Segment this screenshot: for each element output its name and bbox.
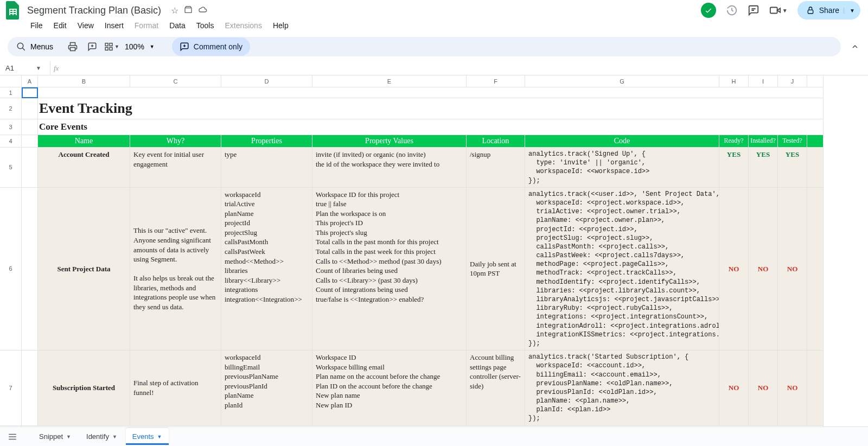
cell[interactable] (807, 188, 824, 351)
collapse-toolbar-icon[interactable] (847, 39, 863, 54)
row-head[interactable]: 5 (0, 148, 22, 188)
col-head[interactable]: B (38, 75, 130, 87)
th-tested[interactable]: Tested? (778, 135, 807, 148)
row-head[interactable]: 4 (0, 135, 22, 148)
cell-code[interactable]: analytics.track('Signed Up', { type: 'in… (525, 148, 719, 188)
th-ready[interactable]: Ready? (719, 135, 749, 148)
col-head[interactable] (807, 75, 824, 87)
menu-extensions[interactable]: Extensions (220, 19, 266, 32)
cell-why[interactable]: Final step of activation funnel! (130, 351, 221, 426)
cell-tested[interactable]: NO (778, 188, 807, 351)
zoom-select[interactable]: 100% ▼ (124, 42, 157, 51)
row-head[interactable]: 2 (0, 98, 22, 119)
menu-edit[interactable]: Edit (49, 19, 71, 32)
cell-vals[interactable]: invite (if invited) or organic (no invit… (312, 148, 467, 188)
col-head[interactable]: G (525, 75, 719, 87)
cell[interactable] (22, 98, 38, 119)
col-head[interactable]: A (22, 75, 38, 87)
cell[interactable] (807, 148, 824, 188)
share-button[interactable]: Share ▼ (797, 1, 860, 20)
section-core[interactable]: Core Events (38, 119, 824, 135)
cell-ready[interactable]: YES (719, 148, 749, 188)
menu-help[interactable]: Help (269, 19, 293, 32)
formula-input[interactable] (62, 61, 868, 75)
menus-search[interactable]: Menus (11, 39, 61, 55)
sheets-logo-icon[interactable] (5, 1, 21, 20)
cell-tested[interactable]: NO (778, 351, 807, 426)
menu-data[interactable]: Data (165, 19, 190, 32)
cell-tested[interactable]: YES (778, 148, 807, 188)
cell-props[interactable]: workspaceId trialActive planName project… (221, 188, 312, 351)
name-box[interactable]: A1 (1, 64, 25, 72)
cell-installed[interactable]: NO (749, 188, 778, 351)
col-head[interactable]: H (719, 75, 749, 87)
th-name[interactable]: Name (38, 135, 130, 148)
comment-only-chip[interactable]: Comment only (172, 37, 250, 56)
row-head[interactable]: 7 (0, 351, 22, 426)
col-head[interactable]: D (221, 75, 312, 87)
select-all-corner[interactable] (0, 75, 22, 87)
cell[interactable] (22, 188, 38, 351)
add-comment-icon[interactable] (85, 39, 100, 54)
filter-icon[interactable]: ▼ (104, 39, 119, 54)
row-head[interactable]: 6 (0, 188, 22, 351)
cell-why[interactable]: This is our "active" event. Anyone sendi… (130, 188, 221, 351)
th-installed[interactable]: Installed? (749, 135, 778, 148)
comments-icon[interactable] (748, 4, 760, 16)
col-head[interactable]: I (749, 75, 778, 87)
cell-loc[interactable]: /signup (467, 148, 525, 188)
col-head[interactable]: J (778, 75, 807, 87)
doc-title[interactable]: Segment Tracking Plan (Basic) (24, 4, 164, 17)
cell[interactable] (22, 135, 38, 148)
meet-icon[interactable]: ▼ (769, 4, 788, 16)
menu-tools[interactable]: Tools (192, 19, 219, 32)
cell-why[interactable]: Key event for initial user engagement (130, 148, 221, 188)
th-properties[interactable]: Properties (221, 135, 312, 148)
menu-insert[interactable]: Insert (100, 19, 128, 32)
cell-ready[interactable]: NO (719, 351, 749, 426)
cell-name[interactable]: Account Created (38, 148, 130, 188)
th-property-values[interactable]: Property Values (312, 135, 467, 148)
row-head[interactable]: 1 (0, 87, 22, 98)
cell-name[interactable]: Sent Project Data (38, 188, 130, 351)
spreadsheet-grid[interactable]: A B C D E F G H I J 1 2 Event Tracking 3… (0, 75, 868, 427)
cloud-status-icon[interactable] (198, 5, 208, 16)
cell-code[interactable]: analytics.track(<<user.id>>, 'Sent Proje… (525, 188, 719, 351)
cell-loc[interactable]: Daily job sent at 10pm PST (467, 188, 525, 351)
th-why[interactable]: Why? (130, 135, 221, 148)
cell-ready[interactable]: NO (719, 188, 749, 351)
cell-vals[interactable]: Workspace ID for this project true || fa… (312, 188, 467, 351)
th-location[interactable]: Location (467, 135, 525, 148)
print-icon[interactable] (65, 39, 80, 54)
section-title[interactable]: Event Tracking (38, 98, 824, 119)
menu-format[interactable]: Format (130, 19, 163, 32)
cell[interactable] (22, 119, 38, 135)
cell[interactable] (22, 351, 38, 426)
cell-vals[interactable]: Workspace ID Workspace billing email Pla… (312, 351, 467, 426)
history-icon[interactable] (726, 4, 738, 16)
row-head[interactable]: 3 (0, 119, 22, 135)
cell[interactable] (38, 87, 824, 98)
name-box-dropdown-icon[interactable]: ▼ (25, 65, 50, 71)
col-head[interactable]: C (130, 75, 221, 87)
cell-installed[interactable]: YES (749, 148, 778, 188)
cell-props[interactable]: type (221, 148, 312, 188)
cell[interactable] (22, 148, 38, 188)
col-head[interactable]: E (312, 75, 467, 87)
cell-props[interactable]: workspaceId billingEmail previousPlanNam… (221, 351, 312, 426)
cell[interactable] (807, 351, 824, 426)
cell-name[interactable]: Subscription Started (38, 351, 130, 426)
cell-a1[interactable] (22, 87, 38, 98)
th-code[interactable]: Code (525, 135, 719, 148)
cell[interactable] (807, 135, 824, 148)
menu-file[interactable]: File (26, 19, 47, 32)
cell-code[interactable]: analytics.track('Started Subscription', … (525, 351, 719, 426)
move-icon[interactable] (184, 5, 193, 16)
cell-installed[interactable]: NO (749, 351, 778, 426)
menu-view[interactable]: View (73, 19, 98, 32)
account-avatar[interactable] (701, 3, 716, 18)
share-dropdown-icon[interactable]: ▼ (844, 8, 855, 14)
col-head[interactable]: F (467, 75, 525, 87)
star-icon[interactable]: ☆ (171, 5, 178, 16)
cell-loc[interactable]: Account billing settings page controller… (467, 351, 525, 426)
